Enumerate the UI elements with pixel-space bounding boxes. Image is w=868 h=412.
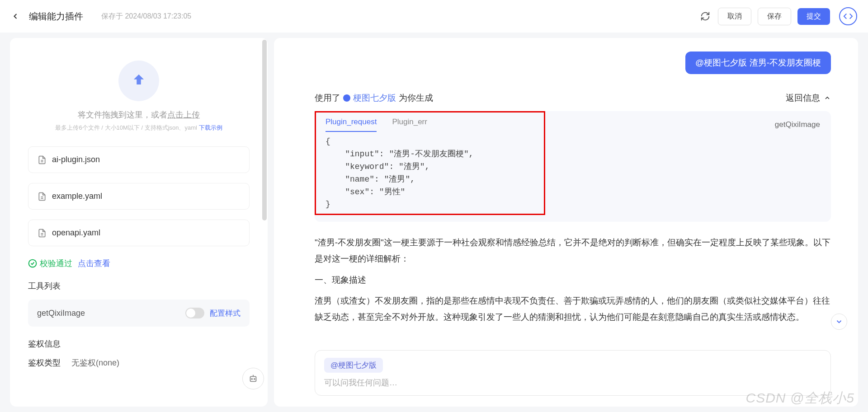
expand-down-button[interactable] — [831, 314, 847, 330]
file-item[interactable]: ai-plugin.json — [28, 146, 250, 173]
function-name: getQixiImage — [775, 120, 820, 129]
request-box: Plugin_request Plugin_err getQixiImage {… — [315, 111, 831, 222]
left-panel: 将文件拖拽到这里，或者点击上传 最多上传6个文件 / 大小10M以下 / 支持格… — [10, 38, 268, 407]
code-icon[interactable] — [839, 7, 857, 25]
click-upload-link[interactable]: 点击上传 — [167, 110, 200, 119]
auth-type-value: 无鉴权(none) — [71, 357, 119, 368]
file-icon — [38, 192, 47, 201]
upload-icon — [118, 61, 159, 101]
saved-timestamp: 保存于 2024/08/03 17:23:05 — [101, 12, 191, 21]
upload-area[interactable]: 将文件拖拽到这里，或者点击上传 最多上传6个文件 / 大小10M以下 / 支持格… — [28, 47, 250, 136]
chevron-up-icon — [824, 94, 831, 102]
tool-toggle[interactable] — [185, 308, 204, 318]
check-circle-icon — [28, 259, 37, 268]
mention-chip[interactable]: @梗图七夕版 — [324, 358, 383, 373]
scrollbar[interactable] — [261, 40, 268, 405]
upload-text: 将文件拖拽到这里，或者点击上传 — [28, 109, 250, 120]
svg-point-10 — [254, 379, 255, 379]
file-name: ai-plugin.json — [52, 155, 100, 164]
tool-name: getQixiImage — [37, 309, 85, 318]
validate-pass: 校验通过 — [28, 258, 72, 269]
file-item[interactable]: example.yaml — [28, 183, 250, 210]
back-icon[interactable] — [11, 12, 20, 21]
view-link[interactable]: 点击查看 — [78, 258, 110, 269]
file-name: example.yaml — [52, 192, 102, 201]
file-item[interactable]: openapi.yaml — [28, 220, 250, 246]
download-sample-link[interactable]: 下载示例 — [199, 124, 222, 131]
chat-input[interactable]: @梗图七夕版 可以问我任何问题… — [315, 350, 831, 396]
auth-type-label: 鉴权类型 — [28, 357, 61, 368]
input-placeholder: 可以问我任何问题… — [324, 377, 821, 388]
file-icon — [38, 229, 47, 238]
tab-plugin-request[interactable]: Plugin_request — [326, 117, 377, 132]
config-style-link[interactable]: 配置样式 — [210, 308, 241, 318]
tab-plugin-err[interactable]: Plugin_err — [392, 117, 427, 132]
tools-title: 工具列表 — [28, 281, 250, 291]
used-plugin-row: 使用了 梗图七夕版 为你生成 — [315, 92, 433, 104]
tool-item: getQixiImage 配置样式 — [28, 300, 250, 327]
submit-button[interactable]: 提交 — [797, 8, 830, 25]
page-title: 编辑能力插件 — [29, 10, 83, 23]
file-icon — [38, 155, 47, 164]
plugin-dot-icon — [343, 94, 350, 102]
right-panel: @梗图七夕版 渣男-不发朋友圈梗 使用了 梗图七夕版 为你生成 返回信息 — [274, 38, 858, 407]
user-message: @梗图七夕版 渣男-不发朋友圈梗 — [685, 52, 831, 74]
chevron-down-icon — [835, 318, 843, 326]
code-block: { "input": "渣男-不发朋友圈梗", "keyword": "渣男",… — [315, 132, 831, 222]
auth-title: 鉴权信息 — [28, 338, 250, 349]
scrollbar-thumb[interactable] — [262, 40, 267, 220]
upload-hint: 最多上传6个文件 / 大小10M以下 / 支持格式json、yaml 下载示例 — [28, 124, 250, 132]
header: 编辑能力插件 保存于 2024/08/03 17:23:05 取消 保存 提交 — [0, 0, 868, 33]
cancel-button[interactable]: 取消 — [718, 8, 751, 25]
plugin-name[interactable]: 梗图七夕版 — [353, 92, 396, 104]
svg-point-9 — [251, 379, 252, 379]
return-info-toggle[interactable]: 返回信息 — [786, 92, 831, 104]
robot-icon — [248, 374, 258, 384]
control-button[interactable] — [242, 368, 264, 389]
save-button[interactable]: 保存 — [758, 8, 791, 25]
answer-content: "渣男-不发朋友圈"这一梗主要源于一种社会观察和情感经验总结，它并不是绝对的判断… — [315, 234, 831, 325]
file-name: openapi.yaml — [52, 228, 100, 238]
refresh-icon[interactable] — [699, 10, 712, 23]
